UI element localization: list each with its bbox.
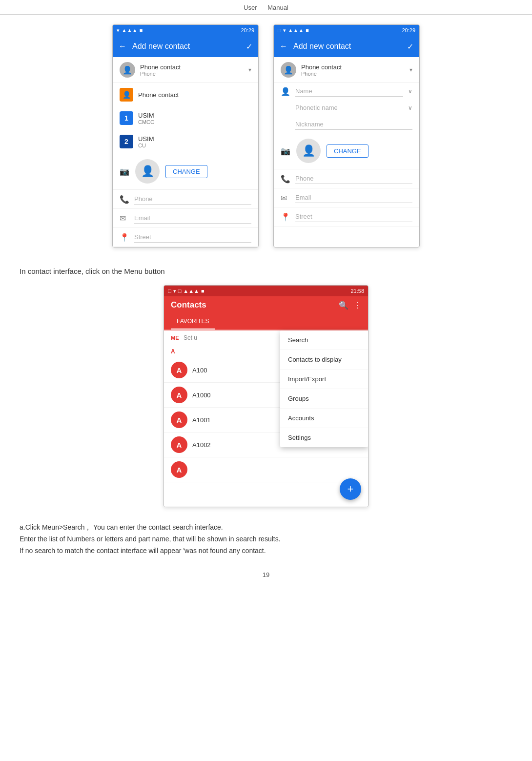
set-up-text: Set u	[184, 334, 197, 341]
contacts-sd-icon: □	[168, 288, 171, 294]
contacts-title: Contacts	[171, 300, 334, 310]
contacts-header-icons: 🔍 ⋮	[339, 301, 361, 310]
screenshots-row: ▾ ▲▲▲ ■ 20:29 ← Add new contact ✓ 👤 Phon…	[20, 24, 512, 247]
right-nickname-row	[274, 116, 419, 133]
right-change-button[interactable]: CHANGE	[327, 144, 368, 158]
contact-name-a1000: A1001	[192, 416, 211, 424]
phone-contact-icon: 👤	[120, 88, 133, 102]
right-email-input[interactable]	[295, 192, 412, 203]
left-phone-screen: ▾ ▲▲▲ ■ 20:29 ← Add new contact ✓ 👤 Phon…	[112, 24, 259, 247]
page-header: User Manual	[0, 0, 532, 15]
dropdown-usim-cu[interactable]: 2 USIM CU	[113, 130, 258, 153]
right-phonetic-input[interactable]	[295, 103, 403, 113]
right-name-row: 👤 ∨	[274, 83, 419, 100]
left-phone-row: 📞	[113, 190, 258, 209]
left-contact-type-row[interactable]: 👤 Phone contact Phone ▾	[113, 57, 258, 83]
contacts-status-bar: □ ▾ □ ▲▲▲ ■ 21:58	[164, 286, 368, 296]
contacts-app-bar: Contacts 🔍 ⋮	[164, 296, 368, 314]
right-app-title: Add new contact	[293, 42, 401, 51]
contacts-status-icons: □ ▾ □ ▲▲▲ ■	[168, 288, 205, 294]
left-app-title: Add new contact	[132, 42, 240, 51]
left-phone-icon: 📞	[120, 195, 129, 204]
left-back-button[interactable]: ←	[119, 42, 126, 51]
left-contact-type-sub: Phone	[140, 71, 244, 77]
left-street-input[interactable]	[134, 232, 251, 243]
contacts-wifi-icon: ▾	[173, 288, 176, 294]
usim-cu-icon: 2	[120, 135, 133, 148]
right-person-icon: 👤	[281, 87, 290, 96]
right-battery-icon: ■	[306, 27, 309, 33]
contacts-screenshot: □ ▾ □ ▲▲▲ ■ 21:58 Contacts 🔍 ⋮ FAVORITES	[164, 285, 368, 507]
right-phone-icon: 📞	[281, 174, 290, 184]
main-content: ▾ ▲▲▲ ■ 20:29 ← Add new contact ✓ 👤 Phon…	[0, 15, 532, 566]
menu-search[interactable]: Search	[280, 330, 368, 350]
usim-cmcc-info: USIM CMCC	[138, 112, 154, 125]
right-check-button[interactable]: ✓	[407, 42, 413, 51]
right-street-icon: 📍	[281, 212, 290, 222]
usim-cmcc-sub: CMCC	[138, 119, 154, 125]
bottom-line3: If no search to match the contact interf…	[20, 545, 512, 557]
right-screen-content: 👤 Phone contact Phone ▾ 👤 ∨ ∨	[274, 57, 419, 226]
contacts-search-icon[interactable]: 🔍	[339, 301, 348, 310]
menu-contacts-to-display[interactable]: Contacts to display	[280, 350, 368, 370]
contacts-signal-icon: ▲▲▲	[183, 288, 199, 294]
right-status-bar: □ ▾ ▲▲▲ ■ 20:29	[274, 25, 419, 36]
menu-groups[interactable]: Groups	[280, 389, 368, 409]
tab-favorites[interactable]: FAVORITES	[171, 314, 215, 329]
left-email-input[interactable]	[134, 213, 251, 224]
right-email-row: ✉	[274, 188, 419, 207]
right-street-row: 📍	[274, 207, 419, 226]
right-app-bar: ← Add new contact ✓	[274, 36, 419, 57]
menu-settings[interactable]: Settings	[280, 428, 368, 447]
right-photo-circle: 👤	[296, 139, 321, 163]
right-name-input[interactable]	[295, 86, 403, 97]
avatar-a1000: A	[171, 411, 187, 428]
phonetic-dropdown-arrow: ∨	[408, 104, 412, 111]
right-sd-icon: □	[278, 27, 281, 33]
menu-import-export[interactable]: Import/Export	[280, 370, 368, 389]
avatar-a1002: A	[171, 461, 187, 478]
left-change-button[interactable]: CHANGE	[165, 165, 207, 178]
menu-accounts[interactable]: Accounts	[280, 409, 368, 428]
right-phone-input[interactable]	[295, 173, 412, 184]
phone-contact-label: Phone contact	[138, 91, 179, 99]
dropdown-usim-cmcc[interactable]: 1 USIM CMCC	[113, 106, 258, 130]
usim-cu-sub: CU	[138, 143, 154, 148]
right-back-button[interactable]: ←	[280, 42, 287, 51]
bottom-text-block: a.Click Meun>Search， You can enter the c…	[20, 522, 512, 556]
right-street-input[interactable]	[295, 211, 412, 222]
right-nickname-input[interactable]	[295, 119, 412, 130]
name-dropdown-arrow: ∨	[408, 88, 412, 95]
contacts-time: 21:58	[350, 288, 364, 294]
avatar-a1001: A	[171, 436, 187, 453]
right-contact-type-info: Phone contact Phone	[301, 63, 405, 77]
right-contact-type-row[interactable]: 👤 Phone contact Phone ▾	[274, 57, 419, 83]
right-phone-row: 📞	[274, 169, 419, 188]
left-street-icon: 📍	[120, 233, 129, 242]
left-street-row: 📍	[113, 228, 258, 247]
right-camera-icon: 📷	[281, 146, 290, 156]
floating-action-button[interactable]: +	[340, 478, 361, 500]
left-check-button[interactable]: ✓	[246, 42, 252, 51]
header-right: Manual	[267, 4, 288, 11]
right-email-icon: ✉	[281, 193, 290, 203]
page-number: 19	[263, 571, 269, 578]
dropdown-phone-contact[interactable]: 👤 Phone contact	[113, 83, 258, 106]
right-status-icons: □ ▾ ▲▲▲ ■	[278, 27, 309, 34]
contacts-body: ME Set u A A A100 A A1000 A A1001	[164, 330, 368, 507]
contacts-more-icon[interactable]: ⋮	[353, 301, 361, 310]
wifi-icon: ▾	[117, 27, 120, 34]
list-item[interactable]: A	[164, 457, 368, 482]
left-photo-circle: 👤	[135, 159, 160, 184]
header-left: User	[244, 4, 257, 11]
right-signal-icon: ▲▲▲	[288, 27, 304, 33]
left-phone-input[interactable]	[134, 194, 251, 205]
usim-cu-info: USIM CU	[138, 135, 154, 148]
right-contact-dropdown-arrow: ▾	[409, 66, 412, 73]
me-letter: ME	[171, 335, 179, 341]
bottom-line1: a.Click Meun>Search， You can enter the c…	[20, 522, 512, 534]
right-person-silhouette-icon: 👤	[302, 144, 315, 157]
contact-name-a1001: A1002	[192, 441, 211, 449]
left-app-bar: ← Add new contact ✓	[113, 36, 258, 57]
left-screen-content: 👤 Phone contact Phone ▾ 👤 Phone contact …	[113, 57, 258, 247]
